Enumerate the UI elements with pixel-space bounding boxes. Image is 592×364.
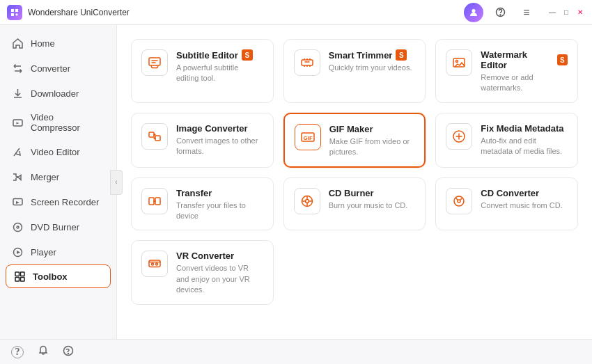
sidebar-item-player[interactable]: Player [0, 239, 116, 264]
close-button[interactable]: ✕ [575, 8, 585, 17]
svg-rect-16 [149, 132, 154, 137]
image-converter-desc: Convert images to other formats. [176, 136, 263, 157]
title-bar: Wondershare UniConverter ≡ — □ ✕ [0, 0, 592, 25]
subtitle-editor-info: Subtitle Editor S A powerful subtitle ed… [176, 49, 263, 84]
tool-grid: Subtitle Editor S A powerful subtitle ed… [131, 39, 578, 305]
transfer-info: Transfer Transfer your files to device [176, 188, 263, 222]
sidebar-item-converter-label: Converter [31, 63, 70, 74]
video-editor-icon [11, 145, 24, 158]
sidebar-item-video-compressor-label: Video Compressor [31, 112, 105, 133]
sidebar-item-video-editor[interactable]: Video Editor [0, 139, 116, 164]
svg-point-5 [13, 223, 22, 231]
cd-burner-info: CD Burner Burn your music to CD. [329, 188, 416, 211]
title-bar-right: ≡ — □ ✕ [464, 3, 585, 22]
tool-card-transfer[interactable]: Transfer Transfer your files to device [131, 177, 274, 231]
svg-point-24 [454, 196, 464, 206]
svg-text:GIF: GIF [303, 134, 312, 141]
watermark-editor-title: Watermark Editor S [481, 49, 568, 70]
tool-card-gif-maker[interactable]: GIF GIF Maker Make GIF from video or pic… [283, 113, 426, 168]
image-converter-title: Image Converter [176, 123, 263, 134]
subtitle-editor-desc: A powerful subtitle editing tool. [176, 63, 263, 84]
smart-trimmer-title: Smart Trimmer S [329, 49, 416, 61]
sidebar-item-screen-recorder[interactable]: Screen Recorder [0, 189, 116, 214]
bottom-bar: ? [0, 339, 592, 364]
feedback-icon[interactable] [63, 345, 74, 359]
app-title: Wondershare UniConverter [28, 8, 130, 17]
converter-icon [11, 62, 24, 74]
hamburger-menu-icon[interactable]: ≡ [517, 3, 536, 22]
sidebar-item-downloader-label: Downloader [31, 88, 79, 99]
smart-trimmer-info: Smart Trimmer S Quickly trim your videos… [329, 49, 416, 73]
vr-converter-info: VR Converter Convert videos to VR and en… [176, 251, 263, 295]
sidebar-item-converter[interactable]: Converter [0, 56, 116, 81]
svg-rect-11 [20, 277, 24, 281]
watermark-editor-badge: S [557, 54, 568, 65]
content-area: Subtitle Editor S A powerful subtitle ed… [117, 25, 592, 339]
image-converter-card-icon [141, 123, 168, 150]
sidebar-item-home[interactable]: Home [0, 31, 116, 56]
tool-card-subtitle-editor[interactable]: Subtitle Editor S A powerful subtitle ed… [131, 39, 274, 103]
tool-card-fix-media-metadata[interactable]: Fix Media Metadata Auto-fix and edit met… [435, 113, 578, 168]
support-icon[interactable] [490, 3, 510, 22]
watermark-editor-info: Watermark Editor S Remove or add waterma… [481, 49, 568, 94]
sidebar-item-toolbox[interactable]: Toolbox [6, 264, 111, 288]
cd-burner-title: CD Burner [329, 188, 416, 198]
smart-trimmer-badge: S [396, 49, 407, 61]
cd-burner-desc: Burn your music to CD. [329, 200, 416, 211]
user-account-icon[interactable] [464, 3, 483, 22]
video-compressor-icon [11, 116, 24, 129]
merger-icon [11, 171, 24, 183]
cd-converter-desc: Convert music from CD. [481, 200, 568, 211]
help-icon[interactable]: ? [11, 346, 24, 358]
svg-rect-12 [149, 58, 160, 65]
watermark-editor-desc: Remove or add watermarks. [481, 72, 568, 94]
tool-card-image-converter[interactable]: Image Converter Convert images to other … [131, 113, 274, 168]
svg-rect-20 [149, 198, 154, 205]
transfer-desc: Transfer your files to device [176, 200, 263, 222]
svg-rect-21 [155, 198, 160, 205]
window-controls: — □ ✕ [547, 8, 585, 17]
vr-converter-desc: Convert videos to VR and enjoy on your V… [176, 263, 263, 295]
app-logo [7, 5, 22, 20]
player-icon [11, 246, 24, 258]
toolbox-icon [13, 270, 26, 283]
sidebar-item-merger-label: Merger [31, 172, 59, 182]
sidebar-item-merger[interactable]: Merger [0, 164, 116, 189]
downloader-icon [11, 87, 24, 100]
sidebar-item-downloader[interactable]: Downloader [0, 81, 116, 106]
cd-converter-title: CD Converter [481, 188, 568, 198]
dvd-burner-icon [11, 221, 24, 233]
gif-maker-title: GIF Maker [329, 124, 415, 134]
fix-media-metadata-title: Fix Media Metadata [481, 123, 568, 134]
sidebar-collapse-button[interactable]: ‹ [110, 170, 123, 195]
svg-rect-8 [15, 272, 20, 276]
tool-card-smart-trimmer[interactable]: Smart Trimmer S Quickly trim your videos… [283, 39, 426, 103]
transfer-title: Transfer [176, 188, 263, 198]
svg-point-0 [472, 9, 476, 13]
fix-media-metadata-desc: Auto-fix and edit metadata of media file… [481, 136, 568, 157]
svg-rect-9 [20, 272, 24, 276]
svg-rect-13 [302, 60, 313, 65]
sidebar-item-toolbox-label: Toolbox [33, 271, 68, 282]
tool-card-cd-converter[interactable]: CD Converter Convert music from CD. [435, 177, 578, 231]
tool-card-cd-burner[interactable]: CD Burner Burn your music to CD. [283, 177, 426, 231]
minimize-button[interactable]: — [547, 8, 557, 17]
svg-point-29 [68, 353, 69, 354]
sidebar-item-dvd-burner-label: DVD Burner [31, 222, 79, 232]
sidebar-item-video-compressor[interactable]: Video Compressor [0, 106, 116, 139]
image-converter-info: Image Converter Convert images to other … [176, 123, 263, 157]
sidebar-item-dvd-burner[interactable]: DVD Burner [0, 214, 116, 239]
notifications-icon[interactable] [38, 345, 49, 359]
svg-point-6 [17, 226, 19, 228]
svg-point-15 [456, 61, 458, 63]
vr-converter-card-icon [141, 251, 168, 277]
fix-media-metadata-card-icon [446, 123, 472, 150]
tool-card-watermark-editor[interactable]: Watermark Editor S Remove or add waterma… [435, 39, 578, 103]
watermark-editor-card-icon [446, 49, 472, 76]
cd-converter-info: CD Converter Convert music from CD. [481, 188, 568, 211]
svg-point-2 [500, 15, 501, 15]
tool-card-vr-converter[interactable]: VR Converter Convert videos to VR and en… [131, 240, 274, 304]
sidebar-item-screen-recorder-label: Screen Recorder [31, 197, 99, 207]
maximize-button[interactable]: □ [561, 8, 571, 17]
gif-maker-card-icon: GIF [295, 124, 321, 150]
